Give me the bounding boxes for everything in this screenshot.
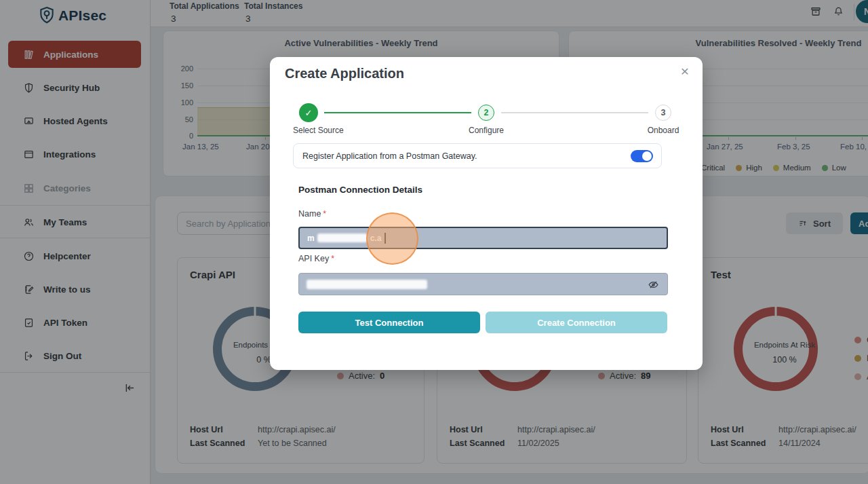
- step-connector-pending: [501, 112, 648, 113]
- name-field[interactable]: m c.a: [298, 227, 668, 249]
- field-label-text: API Key: [298, 254, 329, 263]
- step-configure-circle: 2: [478, 105, 494, 121]
- redacted-text: [307, 280, 427, 289]
- test-connection-button[interactable]: Test Connection: [298, 312, 480, 333]
- postman-gateway-toggle-row: Register Application from a Postman Gate…: [293, 143, 662, 168]
- step-label-onboard: Onboard: [648, 126, 679, 135]
- text-caret: [384, 233, 386, 244]
- step-label-select-source: Select Source: [293, 126, 344, 135]
- required-asterisk: *: [323, 209, 326, 219]
- create-application-modal: Create Application × ✓ 2 3 Select Source…: [270, 57, 703, 370]
- api-key-field-label: API Key*: [298, 254, 334, 263]
- required-asterisk: *: [331, 254, 334, 263]
- toggle-knob: [642, 151, 652, 161]
- field-label-text: Name: [298, 209, 321, 219]
- toggle-label: Register Application from a Postman Gate…: [302, 151, 477, 161]
- name-value-start: m: [307, 234, 315, 243]
- postman-gateway-toggle[interactable]: [631, 150, 653, 162]
- name-field-label: Name*: [298, 209, 326, 219]
- section-title: Postman Connection Details: [298, 185, 422, 195]
- name-value-end: c.a: [370, 234, 382, 243]
- step-connector-done: [324, 112, 471, 113]
- create-connection-button[interactable]: Create Connection: [486, 312, 667, 333]
- step-onboard-circle: 3: [655, 105, 671, 121]
- step-select-source-circle: ✓: [299, 103, 318, 122]
- redacted-text: [317, 234, 368, 242]
- close-icon[interactable]: ×: [681, 64, 689, 78]
- eye-off-icon[interactable]: [648, 279, 659, 291]
- step-label-configure: Configure: [469, 126, 504, 135]
- modal-title: Create Application: [285, 66, 404, 81]
- api-key-field[interactable]: [298, 273, 668, 295]
